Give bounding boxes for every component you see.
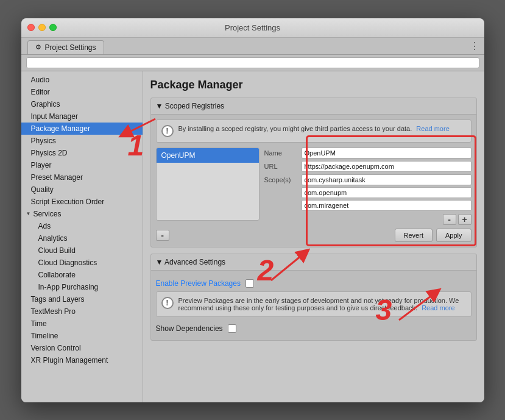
- sidebar-item-tags-layers[interactable]: Tags and Layers: [21, 293, 143, 305]
- advanced-settings-header[interactable]: ▼ Advanced Settings: [151, 254, 476, 271]
- scope-input-2[interactable]: [302, 200, 471, 211]
- enable-preview-checkbox[interactable]: [245, 279, 254, 288]
- name-input[interactable]: [302, 148, 471, 158]
- scope-minus-button[interactable]: -: [443, 214, 456, 225]
- scopes-column: - +: [302, 174, 471, 225]
- tab-bar: ⚙ Project Settings ⋮: [21, 38, 484, 55]
- scoped-registries-label: ▼ Scoped Registries: [156, 102, 225, 110]
- sidebar-item-cloud-diagnostics[interactable]: Cloud Diagnostics: [21, 257, 143, 269]
- project-settings-tab[interactable]: ⚙ Project Settings: [27, 40, 104, 54]
- preview-warning-icon: !: [161, 297, 174, 309]
- scope-plus-button[interactable]: +: [458, 214, 471, 225]
- gear-icon: ⚙: [35, 43, 41, 51]
- services-section-header[interactable]: ▼ Services: [21, 208, 143, 220]
- maximize-button[interactable]: [49, 24, 57, 31]
- search-bar: [21, 55, 484, 71]
- show-dependencies-checkbox[interactable]: [228, 324, 236, 333]
- preview-warning-text: Preview Packages are in the early stages…: [178, 297, 466, 311]
- preview-warning-banner: ! Preview Packages are in the early stag…: [156, 291, 471, 317]
- window-title: Project Settings: [225, 23, 280, 32]
- registry-list: OpenUPM: [156, 148, 260, 221]
- sidebar: Audio Editor Graphics Input Manager Pack…: [21, 71, 143, 402]
- sidebar-item-in-app-purchasing[interactable]: In-App Purchasing: [21, 281, 143, 293]
- main-window: Project Settings ⚙ Project Settings ⋮ Au…: [21, 18, 484, 402]
- show-dependencies-label: Show Dependencies: [156, 324, 223, 333]
- sidebar-item-ads[interactable]: Ads: [21, 220, 143, 232]
- sidebar-item-editor[interactable]: Editor: [21, 86, 143, 98]
- search-input[interactable]: [26, 57, 479, 68]
- list-minus-button[interactable]: -: [156, 230, 169, 241]
- form-row-name: Name: [264, 148, 471, 158]
- sidebar-item-time[interactable]: Time: [21, 318, 143, 330]
- sidebar-item-physics-2d[interactable]: Physics 2D: [21, 147, 143, 159]
- show-dependencies-row: Show Dependencies: [156, 322, 471, 335]
- revert-button[interactable]: Revert: [395, 229, 433, 242]
- advanced-settings-label: ▼ Advanced Settings: [156, 258, 226, 266]
- scoped-registries-section: ▼ Scoped Registries ! By installing a sc…: [150, 98, 477, 247]
- sidebar-item-script-execution[interactable]: Script Execution Order: [21, 196, 143, 208]
- page-title: Package Manager: [150, 79, 477, 91]
- apply-button[interactable]: Apply: [436, 229, 471, 242]
- registry-list-item-openupm[interactable]: OpenUPM: [157, 148, 259, 163]
- scope-input-0[interactable]: [302, 174, 471, 185]
- sidebar-item-graphics[interactable]: Graphics: [21, 98, 143, 110]
- warning-icon: !: [161, 125, 174, 137]
- close-button[interactable]: [27, 24, 35, 31]
- bottom-controls: - Revert Apply: [156, 225, 471, 242]
- services-label: Services: [33, 210, 61, 218]
- scoped-registries-header[interactable]: ▼ Scoped Registries: [151, 98, 476, 115]
- sidebar-item-preset-manager[interactable]: Preset Manager: [21, 171, 143, 183]
- sidebar-item-audio[interactable]: Audio: [21, 74, 143, 86]
- sidebar-item-version-control[interactable]: Version Control: [21, 342, 143, 354]
- preview-read-more-link[interactable]: Read more: [422, 304, 454, 311]
- enable-preview-label[interactable]: Enable Preview Packages: [156, 279, 241, 288]
- name-label: Name: [264, 148, 298, 157]
- advanced-settings-section: ▼ Advanced Settings Enable Preview Packa…: [150, 254, 477, 341]
- sidebar-item-xr-plugin[interactable]: XR Plugin Management: [21, 354, 143, 366]
- sidebar-item-cloud-build[interactable]: Cloud Build: [21, 244, 143, 257]
- sidebar-item-package-manager[interactable]: Package Manager: [21, 123, 143, 135]
- sidebar-item-quality[interactable]: Quality: [21, 183, 143, 196]
- main-content: Audio Editor Graphics Input Manager Pack…: [21, 71, 484, 402]
- scoped-registries-body: ! By installing a scoped registry, you m…: [151, 115, 476, 247]
- sidebar-item-textmesh-pro[interactable]: TextMesh Pro: [21, 305, 143, 318]
- tab-menu-icon[interactable]: ⋮: [470, 40, 479, 52]
- sidebar-item-analytics[interactable]: Analytics: [21, 232, 143, 244]
- form-row-url: URL: [264, 161, 471, 172]
- minimize-button[interactable]: [38, 24, 46, 31]
- read-more-link[interactable]: Read more: [416, 125, 449, 132]
- sidebar-item-collaborate[interactable]: Collaborate: [21, 269, 143, 281]
- content-area: Package Manager ▼ Scoped Registries ! By…: [143, 71, 484, 402]
- traffic-lights: [27, 24, 57, 31]
- url-input[interactable]: [302, 161, 471, 172]
- scope-input-1[interactable]: [302, 187, 471, 198]
- form-row-scopes: Scope(s) - +: [264, 174, 471, 225]
- sidebar-item-input-manager[interactable]: Input Manager: [21, 110, 143, 123]
- registry-form: Name URL Scope(s): [264, 148, 471, 225]
- advanced-settings-body: Enable Preview Packages ! Preview Packag…: [151, 271, 476, 340]
- warning-banner: ! By installing a scoped registry, you m…: [156, 119, 471, 143]
- registry-layout: OpenUPM Name URL: [156, 148, 471, 225]
- sidebar-item-timeline[interactable]: Timeline: [21, 330, 143, 342]
- triangle-icon: ▼: [26, 211, 31, 216]
- title-bar: Project Settings: [21, 18, 484, 38]
- url-label: URL: [264, 161, 298, 170]
- sidebar-item-player[interactable]: Player: [21, 159, 143, 171]
- warning-text: By installing a scoped registry, you mig…: [178, 125, 450, 132]
- sidebar-item-physics[interactable]: Physics: [21, 135, 143, 147]
- tab-label: Project Settings: [45, 43, 96, 52]
- enable-preview-row: Enable Preview Packages: [156, 276, 471, 291]
- scopes-label: Scope(s): [264, 174, 298, 183]
- scope-controls: - +: [302, 214, 471, 225]
